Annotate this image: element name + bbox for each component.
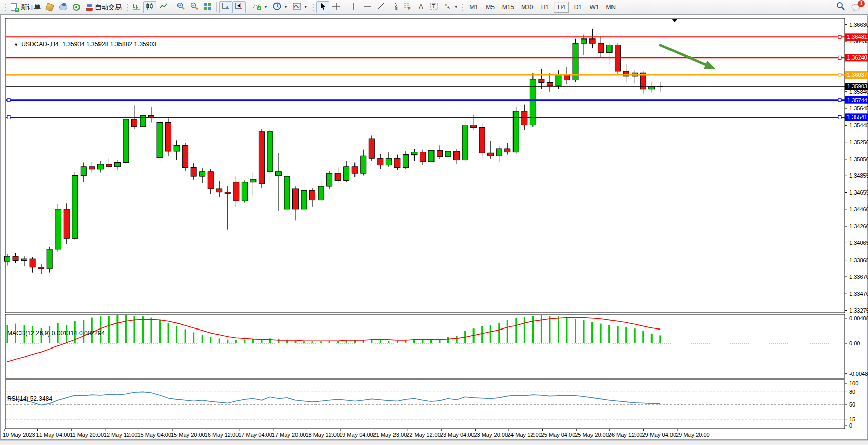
- candle-body[interactable]: [335, 173, 341, 180]
- candle-body[interactable]: [216, 189, 222, 192]
- history-center-button[interactable]: [43, 1, 56, 13]
- tile-windows-button[interactable]: [201, 1, 214, 13]
- chart-canvas[interactable]: 1.366301.364351.358401.356451.354451.352…: [1, 15, 868, 441]
- horizontal-line-button[interactable]: [361, 1, 374, 13]
- timeframe-button-m5[interactable]: M5: [483, 2, 498, 13]
- candle-body[interactable]: [225, 192, 230, 194]
- toolbar-grip[interactable]: [462, 2, 465, 12]
- line-handle[interactable]: [838, 99, 841, 102]
- toolbar-grip[interactable]: [311, 2, 315, 12]
- candle-body[interactable]: [72, 175, 78, 238]
- one-click-trading-toggle-icon[interactable]: ▼: [14, 42, 18, 47]
- candle-body[interactable]: [233, 182, 239, 201]
- equidistant-channel-button[interactable]: E: [387, 1, 401, 13]
- candle-body[interactable]: [318, 186, 324, 200]
- candle-body[interactable]: [242, 182, 247, 201]
- line-handle[interactable]: [838, 115, 841, 119]
- chart-window[interactable]: ▼USDCAD-,H4 1.35904 1.35928 1.35882 1.35…: [0, 14, 868, 440]
- candle-body[interactable]: [131, 119, 137, 127]
- candle-body[interactable]: [386, 158, 391, 165]
- candle-body[interactable]: [208, 172, 213, 189]
- bar-chart-button[interactable]: [130, 1, 143, 13]
- autotrading-button[interactable]: 自动交易: [83, 1, 124, 13]
- fibonacci-button[interactable]: F: [401, 1, 414, 13]
- trend-arrow-annotation[interactable]: [659, 45, 715, 69]
- candle-body[interactable]: [403, 155, 408, 168]
- crosshair-button[interactable]: [329, 1, 343, 13]
- candle-body[interactable]: [106, 164, 112, 167]
- candle-body[interactable]: [310, 190, 315, 200]
- community-button[interactable]: [56, 1, 70, 13]
- arrows-button[interactable]: ▼: [441, 1, 461, 13]
- shift-marker-icon[interactable]: [672, 19, 677, 22]
- candle-body[interactable]: [114, 163, 120, 167]
- trendline-button[interactable]: [374, 1, 387, 13]
- chart-shift-button[interactable]: [232, 1, 246, 13]
- candle-body[interactable]: [454, 151, 460, 160]
- text-button[interactable]: A: [414, 1, 427, 13]
- line-chart-button[interactable]: [156, 1, 170, 13]
- candle-body[interactable]: [301, 190, 307, 209]
- candle-body[interactable]: [606, 45, 612, 52]
- candle-body[interactable]: [64, 209, 69, 238]
- candle-body[interactable]: [488, 153, 494, 156]
- line-handle[interactable]: [838, 73, 841, 76]
- candle-body[interactable]: [539, 79, 544, 83]
- candles-group[interactable]: [5, 29, 663, 274]
- line-handle[interactable]: [7, 99, 10, 102]
- candle-body[interactable]: [411, 152, 417, 155]
- candle-body[interactable]: [89, 167, 95, 169]
- candle-body[interactable]: [38, 267, 44, 269]
- candle-body[interactable]: [97, 164, 103, 169]
- candle-body[interactable]: [361, 156, 366, 173]
- vertical-line-button[interactable]: [347, 1, 361, 13]
- candle-body[interactable]: [259, 132, 264, 184]
- candlestick-chart-button[interactable]: [143, 1, 156, 13]
- candle-body[interactable]: [598, 43, 604, 52]
- candle-body[interactable]: [327, 173, 332, 186]
- candle-body[interactable]: [462, 125, 468, 160]
- candle-body[interactable]: [22, 259, 27, 260]
- candle-body[interactable]: [471, 125, 477, 128]
- candle-body[interactable]: [496, 149, 502, 156]
- periods-button[interactable]: ▼: [270, 1, 290, 13]
- candle-body[interactable]: [55, 209, 61, 249]
- timeframe-button-w1[interactable]: W1: [586, 2, 602, 13]
- text-label-button[interactable]: T: [427, 1, 441, 13]
- candle-body[interactable]: [428, 150, 434, 162]
- timeframe-button-h4[interactable]: H4: [554, 2, 569, 13]
- candle-body[interactable]: [284, 176, 290, 209]
- candle-body[interactable]: [174, 145, 180, 151]
- notifications-icon[interactable]: 1: [851, 3, 861, 11]
- auto-scroll-button[interactable]: [219, 1, 232, 13]
- candle-body[interactable]: [200, 172, 205, 176]
- candle-body[interactable]: [293, 189, 299, 209]
- timeframe-button-d1[interactable]: D1: [570, 2, 585, 13]
- candle-body[interactable]: [420, 152, 425, 162]
- line-handle[interactable]: [838, 35, 841, 38]
- candle-body[interactable]: [530, 79, 536, 125]
- candle-body[interactable]: [437, 150, 443, 157]
- candle-body[interactable]: [378, 158, 383, 165]
- candle-body[interactable]: [505, 149, 510, 152]
- timeframe-button-h1[interactable]: H1: [537, 2, 553, 13]
- candle-body[interactable]: [13, 256, 18, 260]
- timeframe-button-m30[interactable]: M30: [518, 2, 536, 13]
- candle-body[interactable]: [166, 123, 171, 151]
- zoom-out-button[interactable]: [188, 1, 201, 13]
- new-order-button[interactable]: + 新订单: [8, 1, 43, 13]
- candle-body[interactable]: [581, 39, 587, 43]
- price-axis[interactable]: 1.366301.364351.358401.356451.354451.352…: [845, 22, 868, 429]
- candle-body[interactable]: [352, 167, 358, 173]
- candle-body[interactable]: [547, 83, 553, 86]
- candle-body[interactable]: [123, 119, 129, 163]
- candle-body[interactable]: [369, 139, 374, 158]
- candle-body[interactable]: [394, 158, 400, 167]
- candle-body[interactable]: [556, 75, 561, 86]
- candle-body[interactable]: [191, 168, 196, 177]
- candle-body[interactable]: [250, 180, 256, 182]
- candle-body[interactable]: [267, 132, 273, 172]
- candle-body[interactable]: [275, 172, 281, 176]
- timeframe-button-m1[interactable]: M1: [466, 2, 482, 13]
- candle-body[interactable]: [81, 167, 86, 176]
